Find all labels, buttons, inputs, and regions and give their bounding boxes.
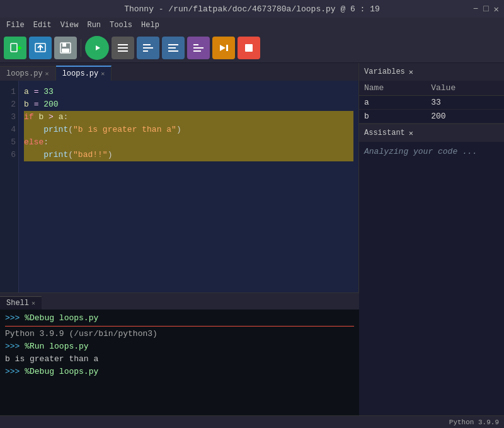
tab-label: loops.py (6, 69, 43, 78)
toolbar (0, 33, 504, 63)
svg-rect-7 (62, 49, 69, 52)
assistant-header: Assistant ✕ (359, 124, 504, 142)
step-over-button[interactable] (137, 37, 159, 59)
main-area: loops.py✕loops.py✕ 1 2 3 4 5 6 a = 33 b … (0, 63, 504, 415)
shell-close-icon[interactable]: ✕ (32, 299, 35, 307)
variables-title: Variables (364, 67, 405, 76)
assistant-title: Assistant (364, 129, 405, 137)
close-button[interactable]: ✕ (494, 4, 499, 14)
code-content[interactable]: a = 33 b = 200 if b > a: print("b is gre… (19, 81, 358, 292)
status-text: Python 3.9.9 (449, 419, 499, 426)
load-button[interactable] (29, 37, 52, 59)
svg-rect-6 (62, 43, 66, 47)
menu-item-edit[interactable]: Edit (30, 20, 55, 31)
editor-section: loops.py✕loops.py✕ 1 2 3 4 5 6 a = 33 b … (0, 63, 359, 292)
svg-rect-15 (143, 50, 148, 52)
code-editor[interactable]: 1 2 3 4 5 6 a = 33 b = 200 if b > a: pri… (0, 81, 358, 292)
svg-rect-21 (193, 50, 201, 52)
svg-rect-19 (193, 44, 198, 45)
variables-close-icon[interactable]: ✕ (409, 67, 413, 77)
menu-item-run[interactable]: Run (83, 20, 105, 31)
variables-header: Variables ✕ (359, 63, 504, 81)
tab-tab2[interactable]: loops.py✕ (56, 66, 112, 81)
variables-col-value: Value (426, 81, 504, 96)
title-bar: Thonny - /run/flatpak/doc/4673780a/loops… (0, 0, 504, 18)
shell-tab-bar: Shell ✕ (0, 293, 359, 309)
svg-rect-10 (118, 44, 128, 45)
svg-marker-22 (220, 45, 226, 51)
svg-rect-0 (11, 43, 17, 52)
menu-item-help[interactable]: Help (137, 20, 163, 31)
run-button[interactable] (85, 36, 109, 60)
minimize-button[interactable]: − (473, 4, 478, 14)
var-name: a (359, 96, 426, 110)
assistant-close-icon[interactable]: ✕ (409, 129, 413, 138)
svg-rect-20 (193, 47, 203, 49)
variables-panel: Variables ✕ Name Value a33b200 (359, 63, 504, 124)
tab-close-icon[interactable]: ✕ (101, 70, 105, 78)
window-title: Thonny - /run/flatpak/doc/4673780a/loops… (124, 4, 380, 14)
assistant-content: Analyzing your code ... (359, 142, 504, 415)
status-bar: Python 3.9.9 (0, 415, 504, 428)
shell-tab[interactable]: Shell ✕ (0, 296, 42, 309)
table-row: a33 (359, 96, 504, 110)
menu-item-file[interactable]: File (3, 20, 28, 31)
shell-section: Shell ✕ >>> %Debug loops.py Python 3.9.9… (0, 292, 359, 415)
maximize-button[interactable]: □ (483, 4, 488, 14)
assistant-panel: Assistant ✕ Analyzing your code ... (359, 124, 504, 415)
shell-python-info: Python 3.9.9 (/usr/bin/python3) (5, 328, 354, 340)
menu-bar: FileEditViewRunToolsHelp (0, 18, 504, 33)
variables-body: a33b200 (359, 96, 504, 124)
debug-button[interactable] (112, 37, 134, 59)
tab-close-icon[interactable]: ✕ (45, 70, 49, 78)
svg-rect-13 (143, 44, 151, 45)
new-button[interactable] (4, 37, 26, 59)
left-section: loops.py✕loops.py✕ 1 2 3 4 5 6 a = 33 b … (0, 63, 359, 415)
toolbar-separator-1 (81, 39, 81, 57)
resume-button[interactable] (212, 37, 235, 59)
svg-rect-17 (168, 47, 176, 49)
variables-col-name: Name (359, 81, 426, 96)
shell-output-line: b is greater than a (5, 353, 354, 366)
svg-rect-14 (143, 47, 153, 49)
shell-tab-label: Shell (6, 299, 29, 308)
svg-rect-16 (168, 44, 178, 45)
svg-rect-24 (245, 44, 253, 52)
menu-item-view[interactable]: View (57, 20, 83, 31)
stop-button[interactable] (238, 37, 260, 59)
shell-separator (5, 326, 354, 327)
step-into-button[interactable] (162, 37, 185, 59)
var-name: b (359, 110, 426, 124)
right-panel: Variables ✕ Name Value a33b200 Assistant… (359, 63, 504, 415)
svg-rect-11 (118, 47, 128, 49)
line-numbers: 1 2 3 4 5 6 (0, 81, 19, 292)
shell-content[interactable]: >>> %Debug loops.py Python 3.9.9 (/usr/b… (0, 309, 359, 415)
save-button[interactable] (54, 37, 77, 59)
step-out-button[interactable] (187, 37, 210, 59)
tabs-bar: loops.py✕loops.py✕ (0, 63, 358, 81)
menu-item-tools[interactable]: Tools (106, 20, 136, 31)
svg-rect-23 (226, 45, 228, 51)
var-value: 200 (426, 110, 504, 124)
var-value: 33 (426, 96, 504, 110)
svg-rect-18 (168, 50, 178, 52)
variables-table: Name Value a33b200 (359, 81, 504, 124)
table-row: b200 (359, 110, 504, 124)
tab-label: loops.py (62, 69, 99, 78)
tab-tab1[interactable]: loops.py✕ (0, 66, 56, 81)
svg-rect-12 (118, 50, 128, 52)
